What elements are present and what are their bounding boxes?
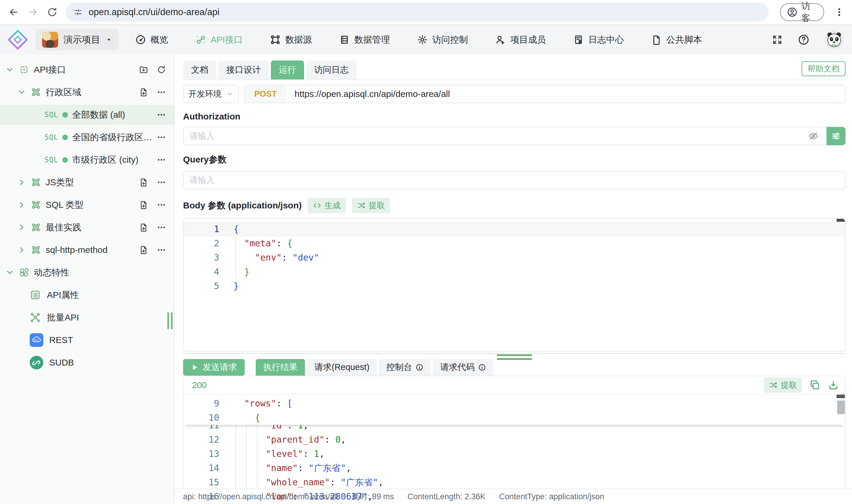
tab-request[interactable]: 请求(Request) (307, 359, 377, 376)
app-header: 演示项目 概览 API接口 数据源 数据管理 访问控制 项目成员 (0, 25, 852, 55)
result-vscrollbar-thumb[interactable] (837, 400, 845, 414)
env-select[interactable]: 开发环境 (183, 85, 239, 103)
nav-item-logs[interactable]: 日志中心 (573, 34, 624, 46)
browser-reload-button[interactable] (46, 5, 58, 19)
file-plus-icon[interactable] (139, 88, 148, 97)
authorization-wrap (183, 127, 846, 145)
authorization-input[interactable] (183, 127, 846, 145)
more-icon[interactable] (157, 132, 166, 142)
body-params-label: Body 参数 (application/json) (183, 199, 302, 212)
body-json-editor[interactable]: 1{2 "meta": {3 "env": "dev"4 }5} (183, 218, 846, 352)
send-request-button[interactable]: 发送请求 (183, 359, 245, 376)
more-icon[interactable] (157, 178, 166, 187)
split-drag-handle[interactable] (497, 354, 532, 360)
rest-badge: REST (30, 333, 43, 347)
browser-back-button[interactable] (8, 5, 20, 19)
tab-design[interactable]: 接口设计 (218, 60, 269, 79)
code-line: 16 "lon": "113.280637", (184, 489, 845, 504)
api-tree-icon (19, 65, 29, 75)
tab-exec-result[interactable]: 执行结果 (256, 359, 305, 376)
more-icon[interactable] (157, 88, 166, 97)
sidebar-api-all[interactable]: SQL 全部数据 (all) (0, 105, 174, 125)
help-doc-button[interactable]: 帮助文档 (802, 61, 846, 76)
help-icon[interactable] (798, 34, 809, 46)
file-plus-icon[interactable] (139, 223, 148, 232)
nav-item-datamgmt[interactable]: 数据管理 (339, 34, 390, 46)
sidebar-api-city[interactable]: SQL 市级行政区 (city) (0, 150, 174, 169)
nav-item-members[interactable]: 项目成员 (495, 34, 546, 46)
tab-run[interactable]: 运行 (271, 60, 304, 79)
file-plus-icon[interactable] (139, 245, 148, 255)
nav-label: 访问控制 (432, 34, 468, 46)
sidebar-group-region[interactable]: 行政区域 (0, 83, 174, 102)
sidebar-group-best[interactable]: 最佳实践 (0, 218, 174, 237)
extract-button[interactable]: 提取 (352, 198, 390, 213)
auth-settings-button[interactable] (827, 127, 846, 145)
more-icon[interactable] (157, 110, 166, 120)
sticky-code-lines: 9 "rows": [10 { (184, 395, 845, 425)
address-bar[interactable]: open.apisql.cn/ui/demo-area/api (66, 3, 769, 22)
sidebar-resize-handle[interactable] (167, 312, 173, 329)
nav-item-overview[interactable]: 概览 (135, 34, 168, 46)
header-right (772, 30, 844, 49)
authorization-label: Authorization (183, 111, 846, 122)
tab-label: 执行结果 (263, 361, 298, 373)
request-url-box[interactable]: POST https://open.apisql.cn/api/demo-are… (244, 85, 846, 103)
user-avatar[interactable] (825, 30, 844, 49)
info-icon (416, 363, 423, 371)
sliders-icon (831, 131, 841, 141)
nav-label: 项目成员 (510, 34, 546, 46)
folder-plus-icon[interactable] (139, 65, 148, 74)
generate-button[interactable]: 生成 (308, 198, 346, 213)
browser-menu-button[interactable] (834, 7, 844, 17)
nav-item-access[interactable]: 访问控制 (417, 34, 468, 46)
result-header: 200 提取 (184, 376, 845, 395)
result-extract-button[interactable]: 提取 (764, 377, 802, 393)
result-tools: 提取 (764, 377, 839, 393)
sidebar-item-batch-api[interactable]: 批量API (0, 308, 174, 327)
result-hscrollbar-thumb[interactable] (837, 395, 845, 398)
sidebar-item-rest[interactable]: REST REST (0, 330, 174, 350)
eye-off-icon[interactable] (808, 131, 819, 141)
chevron-right-icon (17, 200, 26, 209)
file-plus-icon[interactable] (139, 178, 148, 187)
query-input[interactable] (183, 171, 846, 190)
file-plus-icon[interactable] (139, 200, 148, 210)
url-text: open.apisql.cn/ui/demo-area/api (89, 7, 220, 18)
browser-profile-button[interactable]: 访客 (780, 3, 824, 21)
result-json-view[interactable]: 11 "id": 1,12 "parent_id": 0,13 "level":… (184, 395, 845, 504)
project-selector[interactable]: 演示项目 (36, 29, 119, 50)
more-icon[interactable] (157, 245, 166, 255)
tab-docs[interactable]: 文档 (183, 60, 216, 79)
copy-icon[interactable] (809, 379, 820, 391)
project-label: 演示项目 (64, 34, 100, 46)
more-icon[interactable] (157, 200, 166, 210)
sidebar-root-features[interactable]: 动态特性 (0, 263, 174, 282)
caret-down-icon (106, 36, 112, 43)
more-icon[interactable] (157, 155, 166, 164)
sidebar-group-js[interactable]: JS类型 (0, 173, 174, 192)
sidebar-group-sql[interactable]: SQL 类型 (0, 195, 174, 215)
browser-forward-button[interactable] (27, 5, 39, 19)
more-icon[interactable] (157, 223, 166, 232)
nav-item-datasource[interactable]: 数据源 (270, 34, 312, 46)
tab-request-code[interactable]: 请求代码 (433, 359, 493, 376)
nav-item-api[interactable]: API接口 (195, 34, 243, 46)
group-frame-icon (31, 245, 41, 255)
header-nav: 概览 API接口 数据源 数据管理 访问控制 项目成员 日志中心 公共脚本 (135, 34, 702, 46)
editor-scrollbar-thumb[interactable] (837, 219, 845, 222)
sidebar-group-sqlhttp[interactable]: sql-http-method (0, 240, 174, 260)
nav-item-scripts[interactable]: 公共脚本 (651, 34, 702, 46)
kebab-icon (834, 7, 844, 17)
info-icon (478, 363, 486, 371)
sidebar-api-province[interactable]: SQL 全国的省级行政区 ... (0, 127, 174, 147)
download-icon[interactable] (828, 379, 839, 391)
tab-access-log[interactable]: 访问日志 (306, 60, 357, 79)
chevron-down-icon (17, 88, 26, 97)
sidebar-item-sudb[interactable]: SUDB (0, 353, 174, 372)
tab-console[interactable]: 控制台 (379, 359, 431, 376)
fullscreen-icon[interactable] (772, 34, 783, 45)
sidebar-item-api-props[interactable]: API属性 (0, 285, 174, 305)
refresh-icon[interactable] (157, 65, 166, 74)
sidebar-root-api[interactable]: API接口 (0, 60, 174, 79)
